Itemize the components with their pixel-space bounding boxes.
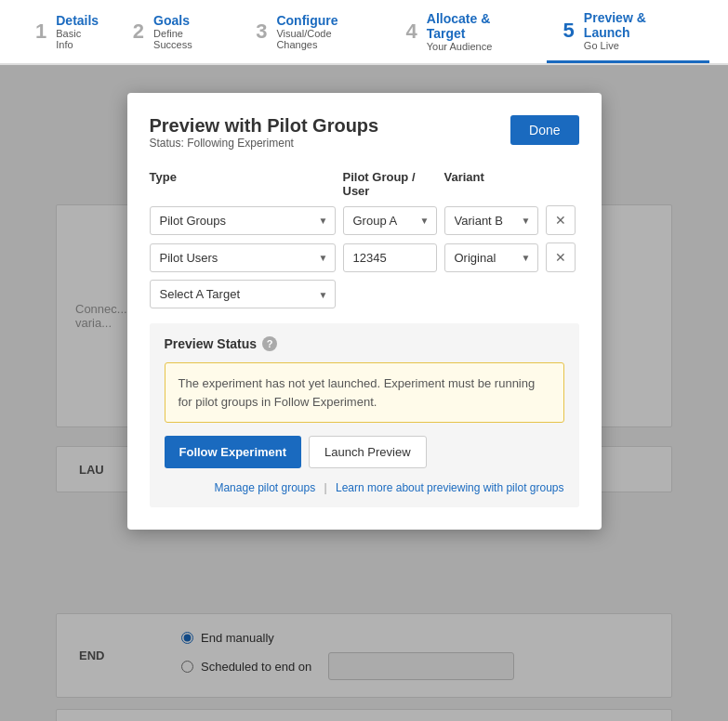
step-title-1: Details xyxy=(56,13,99,28)
remove-row-1-button[interactable]: ✕ xyxy=(546,205,576,235)
nav-step-goals[interactable]: 2 Goals Define Success xyxy=(116,0,239,63)
modal-title: Preview with Pilot Groups xyxy=(150,115,379,137)
modal-preview-pilot-groups: Preview with Pilot Groups Status: Follow… xyxy=(127,93,602,530)
preview-status-section: Preview Status ? The experiment has not … xyxy=(150,323,579,507)
link-separator: | xyxy=(324,481,327,494)
nav-step-preview-launch[interactable]: 5 Preview & Launch Go Live xyxy=(547,0,709,63)
step-number-3: 3 xyxy=(256,20,267,44)
warning-message: The experiment has not yet launched. Exp… xyxy=(165,362,564,423)
nav-step-details[interactable]: 1 Details Basic Info xyxy=(19,0,116,63)
add-target-select[interactable]: Select A Target Pilot Groups Pilot Users xyxy=(150,280,336,308)
done-button[interactable]: Done xyxy=(510,115,578,145)
step-title-2: Goals xyxy=(153,13,222,28)
variant-select-1-wrapper: Variant B Original ▼ xyxy=(444,206,538,235)
modal-overlay: Preview with Pilot Groups Status: Follow… xyxy=(0,65,728,721)
type-select-1-wrapper: Pilot Groups Pilot Users ▼ xyxy=(150,206,336,235)
top-navigation: 1 Details Basic Info 2 Goals Define Succ… xyxy=(0,0,728,65)
step-number-5: 5 xyxy=(563,19,575,43)
table-row: Pilot Users Pilot Groups ▼ Original Vari… xyxy=(150,243,579,272)
help-icon[interactable]: ? xyxy=(262,336,277,351)
modal-status: Status: Following Experiment xyxy=(150,137,379,150)
step-title-5: Preview & Launch xyxy=(584,10,693,40)
nav-step-configure[interactable]: 3 Configure Visual/Code Changes xyxy=(239,0,389,63)
main-content: Preview Preview your changes before laun… xyxy=(0,65,728,721)
variant-select-2[interactable]: Original Variant B xyxy=(444,243,538,272)
type-select-1[interactable]: Pilot Groups Pilot Users xyxy=(150,206,336,235)
add-select-wrapper: Select A Target Pilot Groups Pilot Users… xyxy=(150,280,336,308)
variant-select-2-wrapper: Original Variant B ▼ xyxy=(444,243,538,272)
col-type: Type xyxy=(150,170,336,198)
modal-links: Manage pilot groups | Learn more about p… xyxy=(165,481,564,494)
step-number-2: 2 xyxy=(133,20,144,44)
status-buttons: Follow Experiment Launch Preview xyxy=(165,436,564,468)
step-number-1: 1 xyxy=(35,20,46,44)
group-select[interactable]: Group A Group B xyxy=(343,206,437,235)
step-title-4: Allocate & Target xyxy=(427,11,530,41)
step-number-4: 4 xyxy=(406,20,417,44)
step-sub-1: Basic Info xyxy=(56,28,99,50)
step-sub-2: Define Success xyxy=(153,28,222,50)
table-headers: Type Pilot Group / User Variant xyxy=(150,170,579,198)
step-title-3: Configure xyxy=(276,13,372,28)
remove-row-2-button[interactable]: ✕ xyxy=(546,243,576,272)
follow-experiment-button[interactable]: Follow Experiment xyxy=(165,436,302,468)
col-variant: Variant xyxy=(444,170,538,198)
step-sub-4: Your Audience xyxy=(427,41,530,52)
preview-status-title: Preview Status ? xyxy=(165,336,564,351)
table-row: Pilot Groups Pilot Users ▼ Group A Group… xyxy=(150,205,579,235)
step-sub-5: Go Live xyxy=(584,40,693,51)
group-select-wrapper: Group A Group B ▼ xyxy=(343,206,437,235)
add-target-row: Select A Target Pilot Groups Pilot Users… xyxy=(150,280,579,308)
col-pilot-group-user: Pilot Group / User xyxy=(343,170,437,198)
step-sub-3: Visual/Code Changes xyxy=(276,28,372,50)
nav-step-allocate[interactable]: 4 Allocate & Target Your Audience xyxy=(390,0,547,63)
launch-preview-button[interactable]: Launch Preview xyxy=(309,436,427,468)
manage-pilot-groups-link[interactable]: Manage pilot groups xyxy=(214,481,315,494)
type-select-2-wrapper: Pilot Users Pilot Groups ▼ xyxy=(150,243,336,272)
learn-more-link[interactable]: Learn more about previewing with pilot g… xyxy=(336,481,563,494)
type-select-2[interactable]: Pilot Users Pilot Groups xyxy=(150,243,336,272)
modal-header: Preview with Pilot Groups Status: Follow… xyxy=(150,115,579,164)
variant-select-1[interactable]: Variant B Original xyxy=(444,206,538,235)
user-input[interactable] xyxy=(343,243,437,272)
